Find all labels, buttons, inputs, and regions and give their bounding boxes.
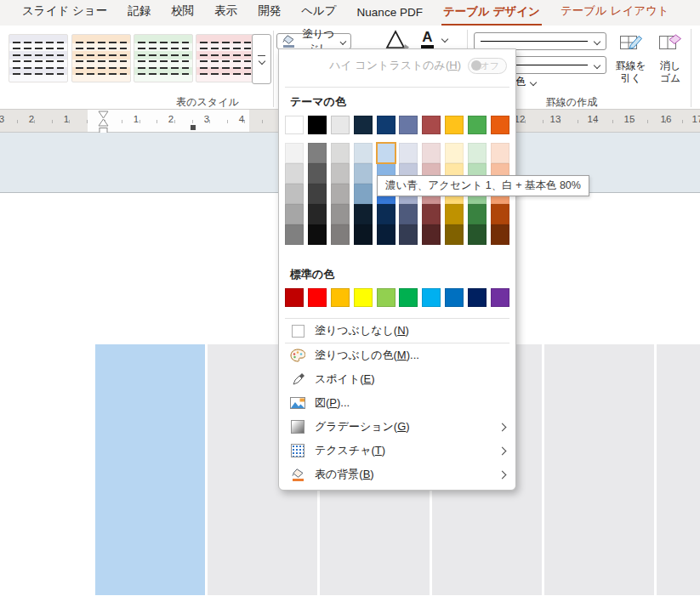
table-column[interactable] <box>544 344 654 595</box>
menu-item-label: 塗りつぶしの色(M)... <box>315 348 509 363</box>
ribbon-tab[interactable]: Nuance PDF <box>356 6 424 26</box>
color-variant-swatch[interactable] <box>354 163 373 184</box>
standard-color-swatch[interactable] <box>308 288 327 307</box>
font-color-control[interactable]: A <box>421 30 447 48</box>
fill-dropdown-menu: ハイ コントラストのみ(H) オフ テーマの色 標準の色 塗りつぶしなし(N)塗… <box>278 48 516 491</box>
color-variant-swatch[interactable] <box>377 224 396 245</box>
style-preview-line <box>138 48 189 49</box>
eraser-button[interactable]: 消し ゴム <box>648 32 692 85</box>
color-variant-swatch[interactable] <box>422 143 441 163</box>
style-preview-line <box>76 67 127 69</box>
color-variant-swatch[interactable] <box>399 224 418 245</box>
color-variant-swatch[interactable] <box>331 224 350 245</box>
style-preview-line <box>200 60 251 62</box>
theme-color-swatch[interactable] <box>445 116 464 134</box>
standard-color-swatch[interactable] <box>422 288 441 307</box>
menu-item-texture[interactable]: テクスチャ(T) <box>279 439 515 463</box>
pen-color-button[interactable]: 色 <box>515 75 536 89</box>
table-column[interactable] <box>657 344 700 595</box>
color-variant-swatch[interactable] <box>354 184 373 204</box>
color-variant-swatch[interactable] <box>331 163 350 184</box>
color-variant-swatch[interactable] <box>399 204 418 224</box>
standard-color-swatch[interactable] <box>354 288 373 307</box>
color-variant-swatch[interactable] <box>308 163 327 184</box>
color-variant-swatch[interactable] <box>285 224 304 245</box>
standard-color-swatch[interactable] <box>331 288 350 307</box>
theme-color-swatch[interactable] <box>377 116 396 134</box>
standard-color-swatch[interactable] <box>399 288 418 307</box>
draw-border-button[interactable]: 罫線を 引く <box>609 32 653 85</box>
standard-color-swatch[interactable] <box>285 288 304 307</box>
fill-color-icon <box>289 349 306 363</box>
color-variant-swatch[interactable] <box>354 224 373 245</box>
table-style-gallery-more-button[interactable] <box>252 34 271 84</box>
theme-color-swatch[interactable] <box>468 116 487 134</box>
table-style-thumbnail[interactable] <box>196 34 255 82</box>
color-variant-swatch[interactable] <box>331 204 350 224</box>
menu-item-table-bg[interactable]: 表の背景(B) <box>279 463 515 486</box>
color-variant-swatch[interactable] <box>285 143 304 163</box>
ribbon-tab[interactable]: テーブル レイアウト <box>559 3 671 26</box>
color-variant-swatch[interactable] <box>354 204 373 224</box>
color-variant-swatch[interactable] <box>308 184 327 204</box>
theme-color-swatch[interactable] <box>422 116 441 134</box>
standard-color-swatch[interactable] <box>377 288 396 307</box>
standard-color-swatch[interactable] <box>491 288 509 307</box>
color-variant-swatch[interactable] <box>422 204 441 224</box>
color-variant-swatch[interactable] <box>308 143 327 163</box>
color-variant-swatch[interactable] <box>468 143 487 163</box>
gradient-icon <box>289 420 306 434</box>
color-variant-swatch[interactable] <box>491 224 509 245</box>
pen-style-combobox[interactable] <box>474 32 606 50</box>
color-variant-swatch[interactable] <box>468 204 487 224</box>
color-variant-swatch[interactable] <box>445 204 464 224</box>
ribbon-tab[interactable]: 開発 <box>256 3 282 26</box>
ribbon-tab[interactable]: ヘルプ <box>299 3 338 26</box>
table-style-thumbnail[interactable] <box>9 34 68 82</box>
table-style-thumbnail[interactable] <box>71 34 131 82</box>
color-variant-swatch[interactable] <box>285 163 304 184</box>
menu-item-eyedropper[interactable]: スポイト(E) <box>279 367 515 391</box>
variant-row <box>279 143 515 163</box>
color-variant-swatch[interactable] <box>308 204 327 224</box>
theme-color-swatch[interactable] <box>331 116 350 134</box>
ribbon-tab[interactable]: スライド ショー <box>20 3 109 26</box>
table-column[interactable] <box>95 344 205 595</box>
color-variant-swatch[interactable] <box>377 143 396 163</box>
theme-color-swatch[interactable] <box>399 116 418 134</box>
menu-item-gradient[interactable]: グラデーション(G) <box>279 415 515 439</box>
color-variant-swatch[interactable] <box>354 143 373 163</box>
standard-color-swatch[interactable] <box>468 288 487 307</box>
theme-color-swatch[interactable] <box>285 116 304 134</box>
ribbon-tab[interactable]: 記録 <box>126 3 152 26</box>
color-variant-swatch[interactable] <box>445 143 464 163</box>
table-style-thumbnail[interactable] <box>134 34 193 82</box>
color-variant-swatch[interactable] <box>445 224 464 245</box>
ribbon-tab[interactable]: 表示 <box>213 3 239 26</box>
color-variant-swatch[interactable] <box>377 204 396 224</box>
style-preview-line <box>200 54 251 56</box>
color-variant-swatch[interactable] <box>331 184 350 204</box>
color-variant-swatch[interactable] <box>422 224 441 245</box>
high-contrast-toggle[interactable]: オフ <box>468 58 507 74</box>
theme-color-swatch[interactable] <box>308 116 327 134</box>
color-variant-swatch[interactable] <box>331 143 350 163</box>
menu-item-no-fill[interactable]: 塗りつぶしなし(N) <box>279 319 515 343</box>
color-variant-swatch[interactable] <box>308 224 327 245</box>
menu-item-fill-color[interactable]: 塗りつぶしの色(M)... <box>279 343 515 367</box>
standard-color-swatch[interactable] <box>445 288 464 307</box>
ribbon-tab[interactable]: テーブル デザイン <box>441 4 542 26</box>
powerpoint-window: スライド ショー記録校閲表示開発ヘルプNuance PDFテーブル デザインテー… <box>0 0 700 596</box>
color-variant-swatch[interactable] <box>491 143 509 163</box>
color-variant-swatch[interactable] <box>285 204 304 224</box>
color-variant-swatch[interactable] <box>468 224 487 245</box>
theme-color-swatch[interactable] <box>354 116 373 134</box>
ribbon-tab[interactable]: 校閲 <box>169 3 196 26</box>
color-variant-swatch[interactable] <box>285 184 304 204</box>
fill-button[interactable]: 塗りつぶし <box>276 33 351 49</box>
menu-item-picture[interactable]: 図(P)... <box>279 391 515 415</box>
submenu-arrow-icon <box>498 446 507 455</box>
color-variant-swatch[interactable] <box>399 143 418 163</box>
theme-color-swatch[interactable] <box>491 116 509 134</box>
color-variant-swatch[interactable] <box>491 204 509 224</box>
